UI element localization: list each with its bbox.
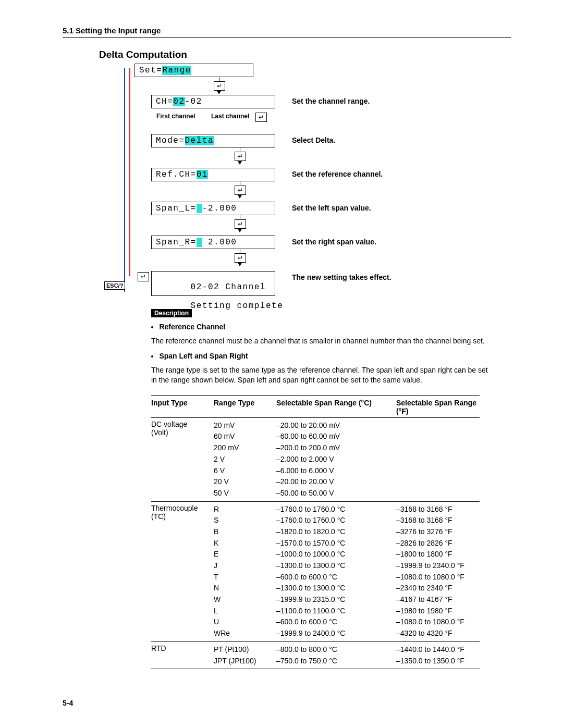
table-row: L–1100.0 to 1100.0 °C–1980 to 1980 °F [214, 606, 480, 617]
table-row: W–1999.9 to 2315.0 °C–4167 to 4167 °F [214, 594, 480, 606]
table-row: K–1570.0 to 1570.0 °C–2826 to 2826 °F [214, 538, 480, 549]
description-block: Description Reference Channel The refere… [151, 309, 490, 386]
table-row: E–1000.0 to 1000.0 °C–1800 to 1800 °F [214, 549, 480, 560]
th-input-type: Input Type [151, 399, 214, 415]
esc-key-label: ESC/? [104, 281, 125, 290]
th-range-type: Range Type [214, 399, 276, 415]
note-final: The new setting takes effect. [292, 273, 391, 281]
enter-icon [138, 272, 149, 281]
note-spanl: Set the left span value. [292, 204, 371, 212]
enter-icon [235, 186, 246, 195]
cell-input-type: DC voltage(Volt) [151, 420, 214, 499]
table-row: 60 mV–60.00 to 60.00 mV [214, 431, 480, 442]
enter-icon [235, 219, 246, 229]
note-spanr: Set the right span value. [292, 238, 376, 246]
th-span-f: Selectable Span Range (°F) [396, 399, 480, 415]
note-ref: Set the reference channel. [292, 170, 383, 178]
lcd-step-0: Set=Range [134, 64, 253, 77]
table-group: RTDPT (Pt100)–800.0 to 800.0 °C–1440.0 t… [151, 642, 480, 669]
table-group: DC voltage(Volt)20 mV–20.00 to 20.00 mV6… [151, 418, 480, 502]
span-range-table: Input Type Range Type Selectable Span Ra… [151, 395, 480, 669]
enter-icon [235, 152, 246, 161]
table-row: WRe–1999.9 to 2400.0 °C–4320 to 4320 °F [214, 628, 480, 639]
table-row: N–1300.0 to 1300.0 °C–2340 to 2340 °F [214, 583, 480, 594]
table-row: 200 mV–200.0 to 200.0 mV [214, 442, 480, 454]
table-row: R–1760.0 to 1760.0 °C–3168 to 3168 °F [214, 504, 480, 515]
lcd-step-4: Span_L= -2.000 [151, 202, 275, 215]
page-header: 5.1 Setting the Input range [63, 26, 511, 38]
desc-ref-title: Reference Channel [159, 323, 490, 331]
table-row: T–600.0 to 600.0 °C–1080.0 to 1080.0 °F [214, 572, 480, 583]
note-mode: Select Delta. [292, 136, 335, 144]
lcd-step-2: Mode=Delta [151, 134, 275, 147]
table-row: 20 V–20.00 to 20.00 V [214, 476, 480, 488]
enter-icon [214, 81, 225, 91]
lcd-step-1: CH=02-02 [151, 95, 275, 108]
page-number: 5-4 [63, 699, 73, 707]
lcd-step-5: Span_R= 2.000 [151, 236, 275, 249]
final-line2: Setting complete [191, 301, 284, 311]
table-row: B–1820.0 to 1820.0 °C–3276 to 3276 °F [214, 526, 480, 538]
table-row: 50 V–50.00 to 50.00 V [214, 488, 480, 499]
lcd-step-3: Ref.CH=01 [151, 168, 275, 181]
cell-input-type: RTD [151, 644, 214, 667]
desc-span-body: The range type is set to the same type a… [151, 365, 490, 386]
table-row: J–1300.0 to 1300.0 °C–1999.9 to 2340.0 °… [214, 560, 480, 572]
table-row: U–600.0 to 600.0 °C–1080.0 to 1080.0 °F [214, 616, 480, 628]
table-row: S–1760.0 to 1760.0 °C–3168 to 3168 °F [214, 515, 480, 526]
table-row: JPT (JPt100)–750.0 to 750.0 °C–1350.0 to… [214, 656, 480, 667]
note-ch: Set the channel range. [292, 97, 370, 105]
flow-diagram: Set=Range CH=02-02 First channel Last ch… [120, 64, 511, 303]
desc-ref-body: The reference channel must be a channel … [151, 336, 490, 347]
table-row: 6 V–6.000 to 6.000 V [214, 465, 480, 477]
th-span-c: Selectable Span Range (°C) [276, 399, 396, 415]
desc-span-title: Span Left and Span Right [159, 352, 490, 360]
table-row: PT (Pt100)–800.0 to 800.0 °C–1440.0 to 1… [214, 644, 480, 656]
last-channel-label: Last channel [211, 113, 249, 120]
enter-icon [235, 253, 246, 263]
first-channel-label: First channel [156, 113, 195, 120]
cell-input-type: Thermocouple(TC) [151, 504, 214, 639]
enter-icon [255, 113, 267, 122]
section-title: Delta Computation [99, 49, 511, 60]
table-row: 20 mV–20.00 to 20.00 mV [214, 420, 480, 431]
final-line1: 02-02 Channel [191, 282, 266, 292]
table-row: 2 V–2.000 to 2.000 V [214, 454, 480, 465]
table-group: Thermocouple(TC)R–1760.0 to 1760.0 °C–31… [151, 502, 480, 642]
